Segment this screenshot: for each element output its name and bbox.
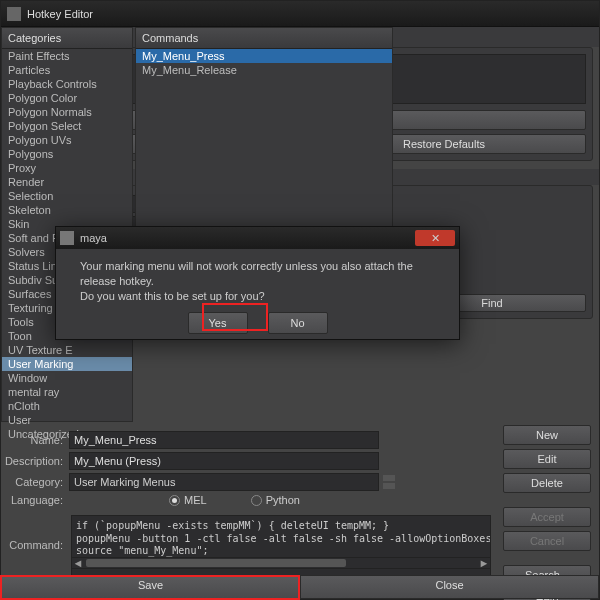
dialog-msg-1: Your marking menu will not work correctl… — [80, 259, 435, 289]
scroll-right-icon[interactable]: ► — [478, 557, 490, 569]
code-scrollbar[interactable]: ◄ ► — [71, 557, 491, 569]
commands-list[interactable]: My_Menu_PressMy_Menu_Release — [136, 49, 392, 77]
cat-label: Category: — [1, 476, 69, 488]
category-item[interactable]: UV Texture E — [2, 343, 132, 357]
bottom-bar: Save Close — [1, 575, 599, 599]
category-item[interactable]: nCloth — [2, 399, 132, 413]
category-item[interactable]: Playback Controls — [2, 77, 132, 91]
category-item[interactable]: User Marking — [2, 357, 132, 371]
category-item[interactable]: Proxy — [2, 161, 132, 175]
dialog-body: Your marking menu will not work correctl… — [56, 249, 459, 344]
command-item[interactable]: My_Menu_Press — [136, 49, 392, 63]
mel-label: MEL — [184, 494, 207, 506]
titlebar: Hotkey Editor — [1, 1, 599, 27]
category-item[interactable]: Polygons — [2, 147, 132, 161]
name-input[interactable] — [69, 431, 379, 449]
save-button[interactable]: Save — [1, 575, 300, 599]
desc-input[interactable] — [69, 452, 379, 470]
dialog-msg-2: Do you want this to be set up for you? — [80, 289, 435, 304]
mel-radio[interactable] — [169, 495, 180, 506]
close-icon: ✕ — [431, 232, 440, 245]
category-item[interactable]: Skeleton — [2, 203, 132, 217]
dialog-title: maya — [80, 232, 107, 244]
new-button[interactable]: New — [503, 425, 591, 445]
edit-button[interactable]: Edit — [503, 449, 591, 469]
category-item[interactable]: Polygon UVs — [2, 133, 132, 147]
confirm-dialog: maya ✕ Your marking menu will not work c… — [55, 226, 460, 340]
lang-label: Language: — [1, 494, 69, 506]
app-icon — [7, 7, 21, 21]
commands-header: Commands — [136, 28, 392, 49]
window-title: Hotkey Editor — [27, 8, 93, 20]
categories-header: Categories — [2, 28, 132, 49]
side-buttons: New Edit Delete Accept Cancel Search... … — [503, 425, 591, 600]
python-label: Python — [266, 494, 300, 506]
accept-button[interactable]: Accept — [503, 507, 591, 527]
no-button[interactable]: No — [268, 312, 328, 335]
command-code[interactable]: if (`popupMenu -exists tempMM`) { delete… — [71, 515, 491, 583]
scroll-thumb[interactable] — [86, 559, 346, 567]
category-item[interactable]: Particles — [2, 63, 132, 77]
categories-panel: Categories Paint EffectsParticlesPlaybac… — [1, 27, 133, 422]
desc-label: Description: — [1, 455, 69, 467]
name-label: Name: — [1, 434, 69, 446]
cancel-button[interactable]: Cancel — [503, 531, 591, 551]
close-button[interactable]: Close — [300, 575, 599, 599]
category-value: User Marking Menus — [74, 476, 175, 488]
command-item[interactable]: My_Menu_Release — [136, 63, 392, 77]
yes-button[interactable]: Yes — [188, 312, 248, 335]
category-item[interactable]: Polygon Normals — [2, 105, 132, 119]
dialog-close-button[interactable]: ✕ — [415, 230, 455, 246]
category-stepper[interactable] — [383, 475, 395, 489]
category-select[interactable]: User Marking Menus — [69, 473, 379, 491]
category-item[interactable]: Window — [2, 371, 132, 385]
delete-button[interactable]: Delete — [503, 473, 591, 493]
scroll-left-icon[interactable]: ◄ — [72, 557, 84, 569]
category-item[interactable]: mental ray — [2, 385, 132, 399]
python-radio[interactable] — [251, 495, 262, 506]
category-item[interactable]: Polygon Color — [2, 91, 132, 105]
dialog-icon — [60, 231, 74, 245]
category-item[interactable]: Polygon Select — [2, 119, 132, 133]
category-item[interactable]: Render — [2, 175, 132, 189]
category-item[interactable]: Selection — [2, 189, 132, 203]
category-item[interactable]: Paint Effects — [2, 49, 132, 63]
dialog-titlebar: maya ✕ — [56, 227, 459, 249]
command-label: Command: — [1, 539, 69, 551]
